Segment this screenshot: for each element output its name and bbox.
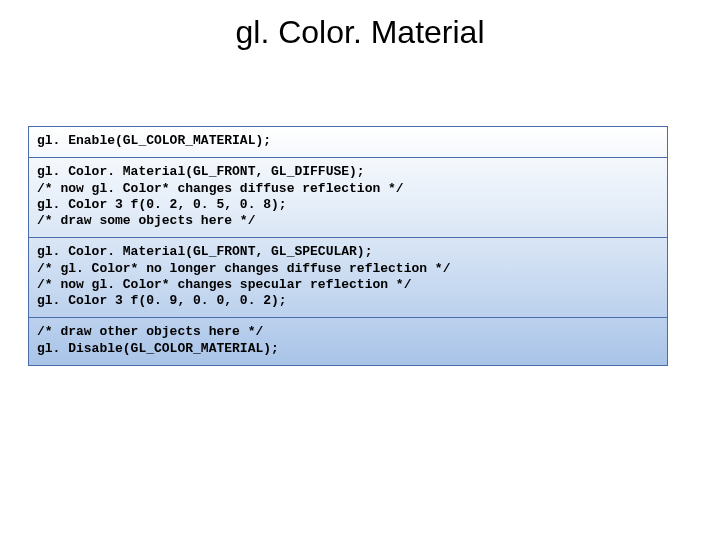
slide-title: gl. Color. Material [0, 14, 720, 51]
table-row: /* draw other objects here */ gl. Disabl… [29, 318, 667, 365]
slide: gl. Color. Material gl. Enable(GL_COLOR_… [0, 0, 720, 540]
code-table: gl. Enable(GL_COLOR_MATERIAL); gl. Color… [28, 126, 668, 366]
code-block: gl. Enable(GL_COLOR_MATERIAL); [37, 133, 659, 149]
code-block: /* draw other objects here */ gl. Disabl… [37, 324, 659, 357]
table-row: gl. Color. Material(GL_FRONT, GL_DIFFUSE… [29, 158, 667, 238]
code-block: gl. Color. Material(GL_FRONT, GL_SPECULA… [37, 244, 659, 309]
table-row: gl. Color. Material(GL_FRONT, GL_SPECULA… [29, 238, 667, 318]
code-block: gl. Color. Material(GL_FRONT, GL_DIFFUSE… [37, 164, 659, 229]
table-row: gl. Enable(GL_COLOR_MATERIAL); [29, 127, 667, 158]
